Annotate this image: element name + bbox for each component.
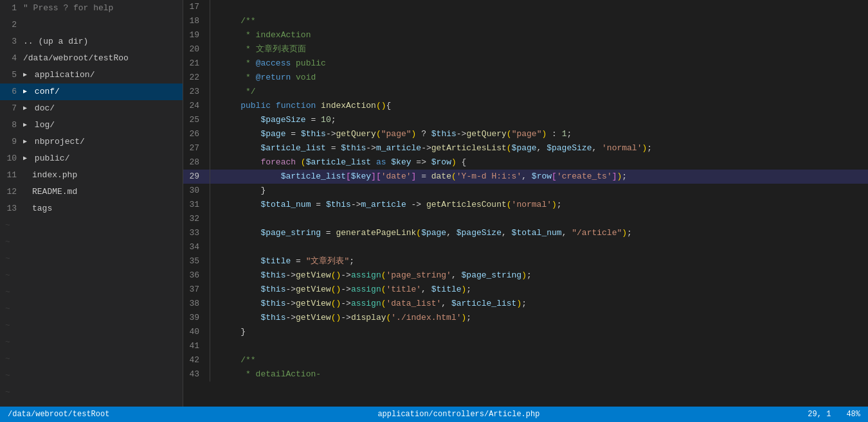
status-path-left: /data/webroot/testRoot bbox=[8, 410, 109, 419]
status-bar-right: 29, 1 48% bbox=[808, 410, 860, 419]
file-tree-tilde: ~ bbox=[0, 351, 183, 367]
code-line-38: 38 $this->getView()->assign('data_list',… bbox=[183, 297, 868, 311]
code-line-30: 30 } bbox=[183, 184, 868, 198]
code-line-23: 23 */ bbox=[183, 85, 868, 99]
status-bar: /data/webroot/testRoot application/contr… bbox=[0, 407, 868, 422]
editor-container: 1 " Press ? for help 2 3 .. (up a dir) 4… bbox=[0, 0, 868, 407]
code-line-34: 34 bbox=[183, 240, 868, 254]
file-tree-item[interactable]: 1 " Press ? for help bbox=[0, 0, 183, 17]
file-tree-tilde: ~ bbox=[0, 317, 183, 334]
file-tree-tilde: ~ bbox=[0, 301, 183, 317]
file-tree-tilde: ~ bbox=[0, 384, 183, 401]
code-line-18: 18 /** bbox=[183, 14, 868, 28]
file-tree-item-log[interactable]: 8 ▶ log/ bbox=[0, 117, 183, 134]
file-tree-tilde: ~ bbox=[0, 267, 183, 284]
code-line-24: 24 public function indexAction(){ bbox=[183, 99, 868, 113]
code-line-40: 40 } bbox=[183, 325, 868, 339]
code-line-37: 37 $this->getView()->assign('title', $ti… bbox=[183, 283, 868, 297]
file-tree-tilde: ~ bbox=[0, 234, 183, 251]
status-bar-center: application/controllers/Article.php bbox=[377, 410, 539, 419]
code-line-31: 31 $total_num = $this->m_article -> getA… bbox=[183, 198, 868, 212]
code-line-22: 22 * @return void bbox=[183, 71, 868, 85]
code-line-33: 33 $page_string = generatePageLink($page… bbox=[183, 226, 868, 240]
code-panel[interactable]: 17 18 /** 19 * indexAction 20 * 文章列表页面 2… bbox=[183, 0, 868, 407]
file-tree-item-index[interactable]: 11 index.php bbox=[0, 167, 183, 184]
file-tree-item-tags[interactable]: 13 tags bbox=[0, 200, 183, 217]
code-line-27: 27 $article_list = $this->m_article->get… bbox=[183, 141, 868, 155]
status-file-path: application/controllers/Article.php bbox=[377, 410, 539, 419]
file-tree-tilde: ~ bbox=[0, 401, 183, 407]
code-line-17: 17 bbox=[183, 0, 868, 14]
code-line-29: 29 $article_list[$key]['date'] = date('Y… bbox=[183, 170, 868, 184]
code-line-35: 35 $title = "文章列表"; bbox=[183, 254, 868, 268]
code-line-28: 28 foreach ($article_list as $key => $ro… bbox=[183, 155, 868, 170]
file-tree-item-readme[interactable]: 12 README.md bbox=[0, 184, 183, 200]
file-tree-item-nbproject[interactable]: 9 ▶ nbproject/ bbox=[0, 134, 183, 150]
file-tree-item-public[interactable]: 10 ▶ public/ bbox=[0, 150, 183, 167]
file-tree-item[interactable]: 3 .. (up a dir) bbox=[0, 33, 183, 50]
file-tree-item[interactable]: 2 bbox=[0, 17, 183, 33]
file-tree-tilde: ~ bbox=[0, 367, 183, 384]
file-tree-item-conf[interactable]: 6 ▶ conf/ bbox=[0, 84, 183, 100]
file-tree-tilde: ~ bbox=[0, 217, 183, 234]
status-zoom: 48% bbox=[846, 410, 860, 419]
file-tree-tilde: ~ bbox=[0, 334, 183, 351]
file-tree-tilde: ~ bbox=[0, 284, 183, 301]
code-line-26: 26 $page = $this->getQuery("page") ? $th… bbox=[183, 127, 868, 141]
file-tree-item-doc[interactable]: 7 ▶ doc/ bbox=[0, 100, 183, 117]
file-tree-item[interactable]: 4 /data/webroot/testRoo bbox=[0, 50, 183, 67]
code-line-19: 19 * indexAction bbox=[183, 28, 868, 42]
code-line-25: 25 $pageSize = 10; bbox=[183, 113, 868, 127]
file-tree-item-application[interactable]: 5 ▶ application/ bbox=[0, 67, 183, 84]
code-line-43: 43 * detailAction- bbox=[183, 367, 868, 382]
file-tree-tilde: ~ bbox=[0, 251, 183, 267]
code-line-20: 20 * 文章列表页面 bbox=[183, 42, 868, 57]
status-position: 29, 1 bbox=[808, 410, 831, 419]
code-line-39: 39 $this->getView()->display('./index.ht… bbox=[183, 311, 868, 325]
code-line-41: 41 bbox=[183, 339, 868, 353]
code-line-21: 21 * @access public bbox=[183, 57, 868, 71]
status-bar-left: /data/webroot/testRoot bbox=[8, 410, 109, 419]
code-line-32: 32 bbox=[183, 212, 868, 226]
file-tree-panel[interactable]: 1 " Press ? for help 2 3 .. (up a dir) 4… bbox=[0, 0, 183, 407]
code-line-42: 42 /** bbox=[183, 353, 868, 367]
code-line-36: 36 $this->getView()->assign('page_string… bbox=[183, 268, 868, 283]
